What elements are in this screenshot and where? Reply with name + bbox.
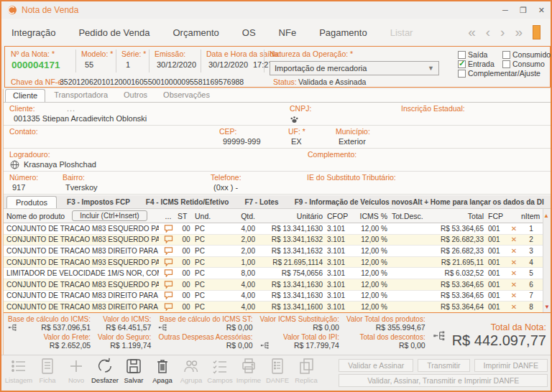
prev-record-icon[interactable]: ‹ bbox=[486, 24, 490, 40]
col-unitario[interactable]: Unitário bbox=[259, 212, 327, 220]
table-scrollbar[interactable]: ▲ ▼ bbox=[543, 209, 551, 312]
nav-tab[interactable]: OS bbox=[242, 27, 256, 38]
nav-tab[interactable]: Pagamento bbox=[319, 27, 367, 38]
tab-produtos[interactable]: Produtos bbox=[6, 196, 57, 208]
delete-row-icon[interactable]: ✕ bbox=[507, 235, 521, 243]
maximize-icon[interactable]: ❐ bbox=[520, 6, 527, 15]
delete-row-icon[interactable]: ✕ bbox=[507, 247, 521, 255]
cep-value[interactable]: 99999-999 bbox=[223, 137, 261, 146]
nav-tab[interactable]: Listar bbox=[390, 27, 413, 38]
delete-row-icon[interactable]: ✕ bbox=[507, 303, 521, 311]
inscricao-label: Inscrição Estadual: bbox=[401, 104, 465, 113]
col-totdesc[interactable]: Tot.Desc. bbox=[392, 212, 423, 220]
imprime-button[interactable]: Imprime bbox=[234, 357, 263, 384]
nav-tabs: Integração Pedido de Venda Orçamento OS … bbox=[12, 27, 413, 38]
close-icon[interactable]: ✕ bbox=[538, 6, 545, 15]
col-fcp[interactable]: FCP bbox=[488, 212, 507, 220]
tab-outros[interactable]: Outros bbox=[116, 89, 155, 102]
nav-tab[interactable]: Pedido de Venda bbox=[78, 27, 150, 38]
checkbox-consumidor[interactable]: Consumidor bbox=[502, 50, 552, 59]
cnpj-label: CNPJ: bbox=[290, 104, 311, 113]
tab-transportadora[interactable]: Transportadora bbox=[47, 89, 115, 102]
danfe-button[interactable]: DANFE bbox=[263, 357, 292, 384]
logradouro-value[interactable]: Krasnaya Ploshchad bbox=[24, 160, 96, 169]
salvar-button[interactable]: Salvar bbox=[119, 357, 148, 384]
minimize-icon[interactable]: ─ bbox=[502, 6, 508, 15]
apaga-button[interactable]: Apaga bbox=[148, 357, 177, 384]
cliente-value[interactable]: 001335 Stiepan Arcadievitch Oblonski bbox=[14, 114, 147, 123]
delete-row-icon[interactable]: ✕ bbox=[507, 225, 521, 233]
table-row[interactable]: CONJUNTO DE TRACAO M93 ESQUERDO PARA ELE… bbox=[4, 257, 543, 269]
agrupa-button[interactable]: Agrupa bbox=[177, 357, 206, 384]
scroll-up-icon[interactable]: ▲ bbox=[543, 213, 549, 219]
record-indicator[interactable] bbox=[533, 25, 540, 39]
table-row[interactable]: LIMITADOR DE VELOCIDADE 1M/S NOR, COM DI… bbox=[4, 268, 543, 279]
validar-assinar-transmitir-imprimir-button[interactable]: Validar, Assinar, Transmitir e Imprimir … bbox=[339, 374, 548, 387]
checkbox-complementar[interactable]: Complementar/Ajuste bbox=[458, 69, 540, 78]
delete-row-icon[interactable]: ✕ bbox=[507, 291, 521, 299]
delete-row-icon[interactable]: ✕ bbox=[507, 258, 521, 266]
col-total[interactable]: Total bbox=[423, 212, 488, 220]
listagem-button[interactable]: Listagem bbox=[4, 357, 33, 384]
desfazer-button[interactable]: Desfazer bbox=[91, 357, 119, 384]
nav-tab[interactable]: NFe bbox=[279, 27, 297, 38]
novo-button[interactable]: Novo bbox=[62, 357, 91, 384]
table-row[interactable]: CONJUNTO DE TRACAO M83 ESQUERDO PARA ELE… bbox=[4, 223, 543, 235]
imprimir-danfe-button[interactable]: Imprimir DANFE bbox=[474, 359, 548, 372]
cell-icms: 12,00 % bbox=[354, 225, 392, 233]
tab-observacoes[interactable]: Observações bbox=[156, 89, 217, 102]
cliente-browse-button[interactable]: ... bbox=[67, 104, 75, 113]
last-record-icon[interactable]: » bbox=[515, 24, 523, 40]
telefone-value[interactable]: (0xx ) - bbox=[213, 183, 238, 192]
table-row[interactable]: CONJUNTO DE TRACAO M83 ESQUERDO PARA ELE… bbox=[4, 279, 543, 291]
natureza-select[interactable]: Importação de mercadoria ▼ bbox=[270, 61, 439, 75]
col-more[interactable]: ... bbox=[159, 212, 178, 220]
bairro-value[interactable]: Tverskoy bbox=[65, 183, 98, 192]
serie-value: 1 bbox=[126, 60, 130, 69]
comment-icon[interactable] bbox=[159, 303, 178, 311]
col-und[interactable]: Und. bbox=[195, 212, 218, 220]
table-row[interactable]: CONJUNTO DE TRACAO M83 DIREITO PARA ELEV… bbox=[4, 246, 543, 257]
col-st[interactable]: ST bbox=[178, 212, 195, 220]
nav-tab[interactable]: Orçamento bbox=[172, 27, 218, 38]
modelo-value: 55 bbox=[85, 60, 93, 69]
comment-icon[interactable] bbox=[159, 281, 178, 289]
delete-row-icon[interactable]: ✕ bbox=[507, 269, 521, 277]
comment-icon[interactable] bbox=[159, 258, 178, 266]
comment-icon[interactable] bbox=[159, 225, 178, 233]
first-record-icon[interactable]: « bbox=[468, 24, 476, 40]
table-row[interactable]: CONJUNTO DE TRACAO M83 DIREITO PARA ELEV… bbox=[4, 302, 543, 312]
checkbox-entrada[interactable]: Entrada bbox=[458, 60, 494, 68]
table-row[interactable]: CONJUNTO DE TRACAO M83 ESQUERDO PARA ELE… bbox=[4, 235, 543, 246]
comment-icon[interactable] bbox=[159, 269, 178, 277]
validar-assinar-button[interactable]: Validar e Assinar bbox=[339, 359, 413, 372]
municipio-value[interactable]: Exterior bbox=[339, 137, 366, 146]
comment-icon[interactable] bbox=[159, 247, 178, 255]
checkbox-saida[interactable]: Saída bbox=[458, 50, 487, 59]
transmitir-button[interactable]: Transmitir bbox=[418, 359, 469, 372]
numero-value[interactable]: 917 bbox=[12, 183, 25, 192]
checkbox-consumo[interactable]: Consumo bbox=[502, 60, 545, 68]
table-row[interactable]: CONJUNTO DE TRACAO M83 DIREITO PARA ELEV… bbox=[4, 291, 543, 302]
nav-tab[interactable]: Integração bbox=[12, 27, 55, 38]
col-nitem[interactable]: nItem bbox=[521, 212, 541, 220]
col-qtd[interactable]: Qtd. bbox=[218, 212, 259, 220]
comment-icon[interactable] bbox=[159, 235, 178, 243]
complemento-label: Complemento: bbox=[308, 150, 356, 159]
col-name[interactable]: Nome do produto bbox=[6, 212, 65, 220]
scroll-down-icon[interactable]: ▼ bbox=[544, 304, 550, 310]
replica-button[interactable]: Replica bbox=[292, 357, 321, 384]
cell-product-name: CONJUNTO DE TRACAO M83 ESQUERDO PARA ELE bbox=[6, 281, 159, 289]
col-cfop[interactable]: CFOP bbox=[327, 212, 354, 220]
campos-button[interactable]: Campos bbox=[206, 357, 234, 384]
hierarchy-icon bbox=[260, 341, 269, 350]
col-icms[interactable]: ICMS % bbox=[354, 212, 392, 220]
incluir-button[interactable]: Incluir (Ctrl+Insert) bbox=[72, 210, 147, 221]
tab-cliente[interactable]: Cliente bbox=[5, 89, 45, 102]
uf-value[interactable]: EX bbox=[291, 137, 302, 146]
next-record-icon[interactable]: › bbox=[500, 24, 505, 40]
content-panel: Cliente Transportadora Outros Observaçõe… bbox=[3, 89, 552, 356]
comment-icon[interactable] bbox=[159, 291, 178, 299]
delete-row-icon[interactable]: ✕ bbox=[507, 281, 521, 289]
ficha-button[interactable]: Ficha bbox=[33, 357, 62, 384]
